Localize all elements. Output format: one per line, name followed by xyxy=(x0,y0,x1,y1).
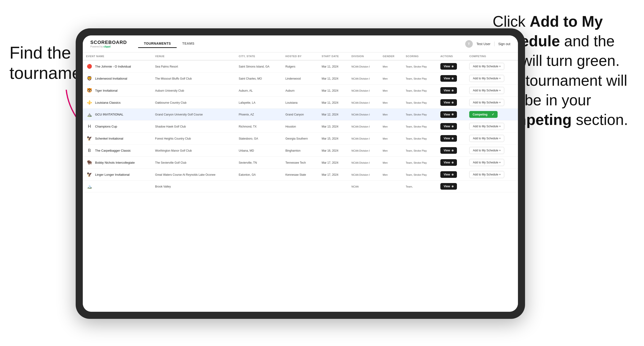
city-state-text: Sevierville, TN xyxy=(239,161,257,164)
city-state-text: Auburn, AL xyxy=(239,89,252,92)
event-name-text: GCU INVITATIONAL xyxy=(95,113,123,116)
scoring-cell: Team, Stroke Play xyxy=(402,85,437,97)
view-button[interactable]: View ⊗ xyxy=(440,111,457,118)
competing-cell: Competing ✓ xyxy=(466,109,518,120)
view-button[interactable]: View ⊗ xyxy=(440,135,457,142)
event-name-cell: 🏔️ xyxy=(83,181,152,192)
logo-area: SCOREBOARD Powered by clippd xyxy=(90,40,127,48)
add-schedule-button[interactable]: Add to My Schedule + xyxy=(469,159,504,166)
view-button[interactable]: View ⊗ xyxy=(440,171,457,178)
city-state-cell: Saint Simons Island, GA xyxy=(235,60,282,72)
sign-out-link[interactable]: Sign out xyxy=(498,42,510,46)
start-date-cell: Mar 11, 2024 xyxy=(318,97,348,109)
city-state-cell: Sevierville, TN xyxy=(235,157,282,169)
competing-label: Competing xyxy=(472,113,488,116)
app-header: SCOREBOARD Powered by clippd TOURNAMENTS… xyxy=(83,35,518,52)
view-button[interactable]: View ⊗ xyxy=(440,123,457,130)
city-state-cell: Eatonton, GA xyxy=(235,169,282,181)
hosted-by-cell: Grand Canyon xyxy=(282,109,318,120)
gender-text: Men xyxy=(383,125,388,128)
scoring-cell: Team, Stroke Play xyxy=(402,120,437,133)
event-name-text: Tiger Invitational xyxy=(95,89,118,92)
competing-cell: Add to My Schedule + xyxy=(466,169,518,181)
col-division: DIVISION xyxy=(348,52,379,60)
start-date-text: Mar 11, 2024 xyxy=(322,65,338,68)
add-schedule-label: Add to My Schedule + xyxy=(473,173,501,176)
division-cell: NCAA xyxy=(348,181,379,192)
scoring-cell: Team, Stroke Play xyxy=(402,60,437,72)
add-schedule-label: Add to My Schedule + xyxy=(473,101,501,104)
tab-tournaments[interactable]: TOURNAMENTS xyxy=(138,40,176,48)
add-schedule-button[interactable]: Add to My Schedule + xyxy=(469,147,504,154)
scoring-cell: Team, xyxy=(402,181,437,192)
event-name-text: Champions Cup xyxy=(95,125,117,128)
competing-cell: Add to My Schedule + xyxy=(466,133,518,145)
team-logo: ⚜️ xyxy=(86,99,93,106)
scoring-text: Team, Stroke Play xyxy=(406,113,427,116)
hosted-by-text: Louisiana xyxy=(286,101,298,104)
add-schedule-button[interactable]: Add to My Schedule + xyxy=(469,99,504,106)
venue-text: Sea Palms Resort xyxy=(155,65,178,68)
team-logo: 🦬 xyxy=(86,159,93,166)
hosted-by-text: Houston xyxy=(286,125,296,128)
check-icon: ✓ xyxy=(492,113,494,116)
view-button[interactable]: View ⊗ xyxy=(440,63,457,70)
add-schedule-button[interactable]: Add to My Schedule + xyxy=(469,75,504,82)
view-button[interactable]: View ⊗ xyxy=(440,87,457,94)
start-date-cell: Mar 15, 2024 xyxy=(318,133,348,145)
competing-cell: Add to My Schedule + xyxy=(466,97,518,109)
hosted-by-cell: Kennesaw State xyxy=(282,169,318,181)
venue-cell: The Missouri Bluffs Golf Club xyxy=(152,72,235,85)
event-name-text: Lindenwood Invitational xyxy=(95,77,127,80)
venue-text: Oakbourne Country Club xyxy=(155,101,186,104)
tab-teams[interactable]: TEAMS xyxy=(177,40,200,48)
city-state-cell: Phoenix, AZ xyxy=(235,109,282,120)
scoring-text: Team, xyxy=(406,185,413,188)
view-button[interactable]: View ⊗ xyxy=(440,159,457,166)
tablet-screen: SCOREBOARD Powered by clippd TOURNAMENTS… xyxy=(83,35,518,312)
hosted-by-cell: Lindenwood xyxy=(282,72,318,85)
add-schedule-button[interactable]: Add to My Schedule + xyxy=(469,87,504,94)
hosted-by-cell: Binghamton xyxy=(282,145,318,157)
table-row: ⛰️ GCU INVITATIONAL Grand Canyon Univers… xyxy=(83,109,518,120)
table-header-row: EVENT NAME VENUE CITY, STATE HOSTED BY S… xyxy=(83,52,518,60)
gender-cell: Men xyxy=(379,97,402,109)
division-text: NCAA Division I xyxy=(352,65,370,68)
actions-cell: View ⊗ xyxy=(437,97,466,109)
col-competing: COMPETING xyxy=(466,52,518,60)
start-date-text: Mar 11, 2024 xyxy=(322,89,338,92)
add-schedule-button[interactable]: Add to My Schedule + xyxy=(469,171,504,178)
city-state-cell: Auburn, AL xyxy=(235,85,282,97)
actions-cell: View ⊗ xyxy=(437,157,466,169)
team-logo: B xyxy=(86,147,93,154)
start-date-text: Mar 11, 2024 xyxy=(322,77,338,80)
gender-cell: Men xyxy=(379,60,402,72)
competing-button[interactable]: Competing ✓ xyxy=(469,111,498,118)
hosted-by-cell: Auburn xyxy=(282,85,318,97)
view-button[interactable]: View ⊗ xyxy=(440,99,457,106)
hosted-by-cell: Houston xyxy=(282,120,318,133)
view-button[interactable]: View ⊗ xyxy=(440,75,457,82)
table-row: H Champions Cup Shadow Hawk Golf ClubRic… xyxy=(83,120,518,133)
hosted-by-text: Rutgers xyxy=(286,65,296,68)
tablet-device: SCOREBOARD Powered by clippd TOURNAMENTS… xyxy=(76,28,525,319)
add-schedule-button[interactable]: Add to My Schedule + xyxy=(469,135,504,142)
col-scoring: SCORING xyxy=(402,52,437,60)
division-cell: NCAA Division I xyxy=(348,120,379,133)
division-cell: NCAA Division I xyxy=(348,60,379,72)
add-schedule-button[interactable]: Add to My Schedule + xyxy=(469,123,504,130)
scoring-cell: Team, Stroke Play xyxy=(402,133,437,145)
view-button[interactable]: View ⊗ xyxy=(440,147,457,154)
actions-cell: View ⊗ xyxy=(437,133,466,145)
venue-cell: Auburn University Club xyxy=(152,85,235,97)
start-date-text: Mar 12, 2024 xyxy=(322,113,338,116)
view-button[interactable]: View ⊗ xyxy=(440,183,457,190)
gender-cell: Men xyxy=(379,85,402,97)
table-row: B The Carpetbagger Classic Worthington M… xyxy=(83,145,518,157)
add-schedule-button[interactable]: Add to My Schedule + xyxy=(469,63,504,70)
division-text: NCAA Division I xyxy=(352,101,370,104)
team-logo: ⛰️ xyxy=(86,111,93,118)
city-state-cell: Richmond, TX xyxy=(235,120,282,133)
competing-cell: Add to My Schedule + xyxy=(466,120,518,133)
add-schedule-label: Add to My Schedule + xyxy=(473,65,501,68)
